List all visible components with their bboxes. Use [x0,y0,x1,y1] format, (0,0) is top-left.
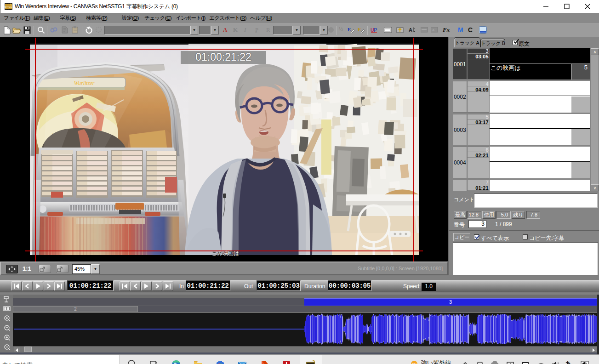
svg-text:A: A [432,28,435,32]
svg-text:E: E [358,27,361,32]
svg-text:E: E [348,27,351,32]
svg-text:P: P [374,27,377,33]
svg-text:A: A [409,27,412,33]
